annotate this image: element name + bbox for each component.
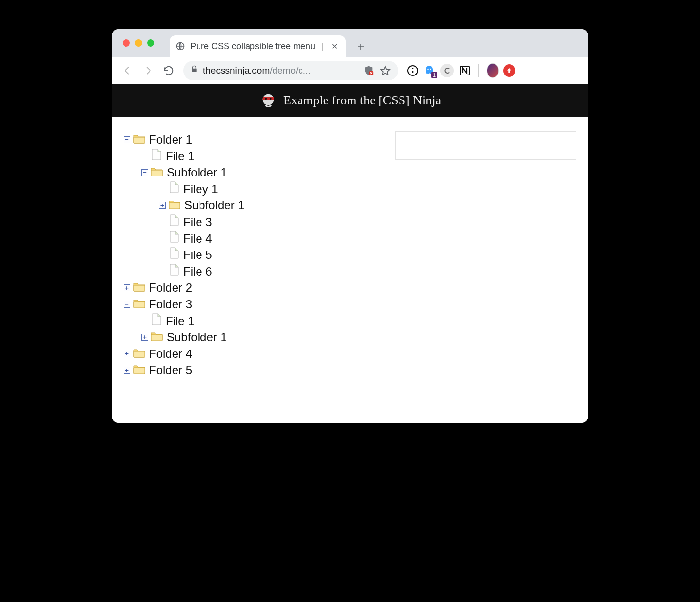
tree-node: File 4 [159, 230, 245, 247]
tree-node: +Subfolder 1 [141, 329, 245, 346]
tree-node: File 1 [141, 313, 245, 329]
page-banner: Example from the [CSS] Ninja [112, 84, 588, 117]
folder-icon [133, 362, 145, 378]
file-icon [152, 313, 162, 329]
url-path: /demo/c... [270, 65, 310, 75]
side-advert-box [395, 131, 576, 160]
node-label: Folder 3 [149, 296, 192, 313]
reload-button[interactable] [160, 62, 177, 79]
update-available-icon[interactable] [503, 65, 515, 76]
tree-node: File 6 [159, 263, 245, 280]
node-label: Folder 5 [149, 362, 192, 378]
file-row[interactable]: Filey 1 [159, 181, 245, 198]
new-tab-button[interactable] [353, 39, 368, 54]
tab-strip: Pure CSS collapsible tree menu | ✕ [112, 29, 588, 57]
tab-title: Pure CSS collapsible tree menu [190, 41, 315, 51]
forward-button[interactable] [139, 62, 157, 79]
node-label: File 3 [183, 214, 212, 230]
folder-row[interactable]: −Folder 1 [124, 131, 245, 148]
window-controls [123, 39, 154, 47]
folder-row[interactable]: −Subfolder 1 [141, 164, 245, 181]
window-minimize-button[interactable] [135, 39, 142, 47]
collapse-toggle-icon[interactable]: − [141, 169, 148, 176]
collapse-toggle-icon[interactable]: − [124, 301, 130, 308]
tree-node: −Folder 3File 1+Subfolder 1 [124, 296, 245, 346]
file-icon [170, 214, 179, 230]
file-icon [170, 247, 179, 263]
file-row[interactable]: File 3 [159, 214, 245, 230]
window-maximize-button[interactable] [147, 39, 154, 47]
tree-node: Filey 1 [159, 181, 245, 198]
extension-notion-icon[interactable] [459, 65, 471, 76]
folder-row[interactable]: +Subfolder 1 [159, 197, 245, 214]
expand-toggle-icon[interactable]: + [141, 334, 148, 341]
tree-node: −Subfolder 1Filey 1+Subfolder 1File 3Fil… [141, 164, 245, 279]
svg-point-8 [265, 98, 267, 100]
node-label: Folder 2 [149, 279, 192, 296]
node-label: File 4 [183, 230, 212, 247]
folder-row[interactable]: +Folder 5 [124, 362, 245, 378]
svg-point-3 [427, 68, 429, 70]
file-icon [170, 230, 179, 247]
extension-info-icon[interactable] [407, 65, 419, 76]
node-label: Subfolder 1 [184, 197, 245, 214]
banner-text: Example from the [CSS] Ninja [283, 93, 441, 108]
expand-toggle-icon[interactable]: + [159, 202, 166, 209]
address-bar[interactable]: thecssninja.com/demo/c... [183, 61, 398, 80]
tab-close-button[interactable]: ✕ [329, 41, 340, 52]
folder-icon [151, 329, 163, 346]
tree-node: File 3 [159, 214, 245, 230]
expand-toggle-icon[interactable]: + [124, 284, 130, 291]
file-row[interactable]: File 1 [141, 148, 245, 165]
folder-icon [133, 131, 145, 148]
ninja-icon [259, 91, 277, 110]
folder-icon [133, 346, 145, 362]
folder-icon [133, 279, 145, 296]
extension-ghostery-icon[interactable]: 1 [424, 65, 435, 76]
browser-tab-active[interactable]: Pure CSS collapsible tree menu | ✕ [170, 35, 346, 57]
extension-c-icon[interactable] [440, 64, 454, 77]
tab-divider: | [321, 41, 324, 51]
folder-row[interactable]: +Folder 4 [124, 346, 245, 362]
folder-row[interactable]: +Subfolder 1 [141, 329, 245, 346]
tree-view: −Folder 1File 1−Subfolder 1Filey 1+Subfo… [124, 131, 245, 378]
folder-icon [169, 197, 180, 214]
node-label: File 1 [166, 313, 195, 329]
file-row[interactable]: File 6 [159, 263, 245, 280]
profile-avatar[interactable] [487, 65, 499, 76]
file-row[interactable]: File 5 [159, 247, 245, 263]
svg-point-9 [270, 98, 272, 100]
expand-toggle-icon[interactable]: + [124, 367, 130, 374]
tree-node: +Folder 2 [124, 279, 245, 296]
node-label: File 5 [183, 247, 212, 263]
expand-toggle-icon[interactable]: + [124, 351, 130, 357]
folder-row[interactable]: +Folder 2 [124, 279, 245, 296]
folder-row[interactable]: −Folder 3 [124, 296, 245, 313]
extensions-area: 1 [407, 64, 515, 77]
globe-icon [175, 41, 185, 51]
file-icon [152, 148, 162, 165]
page-content: Example from the [CSS] Ninja −Folder 1Fi… [112, 84, 588, 423]
file-row[interactable]: File 4 [159, 230, 245, 247]
svg-rect-7 [263, 97, 274, 100]
toolbar-divider [478, 64, 479, 77]
back-button[interactable] [119, 62, 136, 79]
url-host: thecssninja.com [203, 65, 270, 75]
svg-point-4 [430, 68, 431, 70]
lock-icon [190, 65, 198, 76]
file-icon [170, 263, 179, 280]
collapse-toggle-icon[interactable]: − [124, 136, 130, 143]
tree-node: File 5 [159, 247, 245, 263]
browser-toolbar: thecssninja.com/demo/c... 1 [112, 57, 588, 84]
tree-node: +Folder 4 [124, 346, 245, 362]
site-info-shield-icon[interactable] [363, 65, 375, 76]
node-label: Folder 1 [149, 131, 192, 148]
bookmark-star-icon[interactable] [379, 65, 391, 76]
tree-node: −Folder 1File 1−Subfolder 1Filey 1+Subfo… [124, 131, 245, 279]
window-close-button[interactable] [123, 39, 130, 47]
extension-badge: 1 [431, 72, 437, 78]
file-row[interactable]: File 1 [141, 313, 245, 329]
node-label: Folder 4 [149, 346, 192, 362]
tree-node: +Subfolder 1 [159, 197, 245, 214]
folder-icon [133, 296, 145, 313]
